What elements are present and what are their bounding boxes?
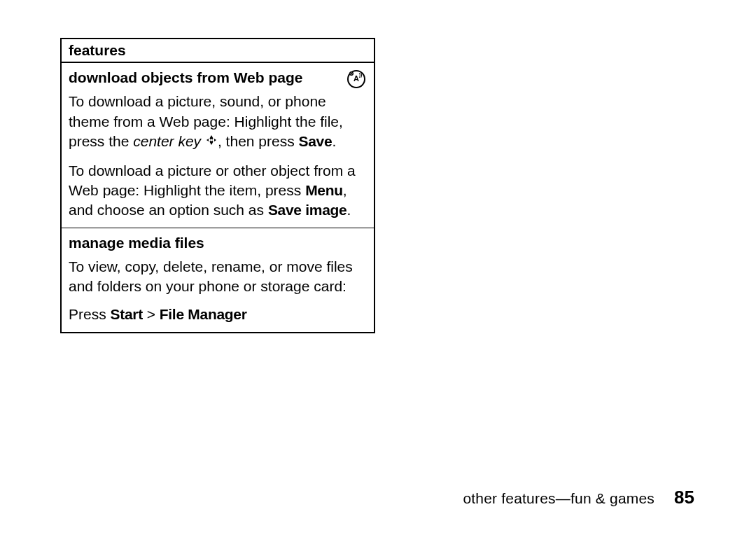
- table-header-row: features: [62, 39, 374, 63]
- manual-page: features A )) download objects from Web …: [0, 0, 756, 535]
- table-header-title: features: [69, 42, 126, 58]
- section-download-objects: A )) download objects from Web page To d…: [62, 63, 374, 228]
- network-operator-icon: A )): [346, 69, 367, 92]
- paragraph: To view, copy, delete, rename, or move f…: [69, 257, 367, 297]
- center-key-icon: [205, 131, 218, 151]
- text-run: .: [332, 133, 336, 149]
- section-title: download objects from Web page: [69, 69, 302, 86]
- section-title: manage media files: [69, 234, 367, 251]
- text-run: Press: [69, 306, 111, 322]
- features-table: features A )) download objects from Web …: [60, 38, 375, 333]
- page-footer: other features—fun & games 85: [463, 487, 694, 508]
- text-run: , then press: [218, 133, 299, 149]
- paragraph: To download a picture, sound, or phone t…: [69, 92, 367, 152]
- svg-marker-9: [214, 139, 216, 141]
- text-italic: center key: [133, 133, 201, 149]
- text-bold: Menu: [305, 182, 343, 198]
- text-bold: File Manager: [160, 306, 247, 322]
- paragraph: Press Start > File Manager: [69, 305, 367, 324]
- footer-section-label: other features—fun & games: [463, 490, 654, 507]
- text-bold: Save image: [268, 202, 347, 218]
- text-bold: Start: [111, 306, 143, 322]
- svg-text:)): )): [359, 72, 363, 78]
- text-run: .: [346, 202, 351, 218]
- svg-marker-8: [206, 139, 209, 141]
- svg-point-10: [210, 139, 212, 141]
- text-bold: Save: [299, 133, 332, 149]
- paragraph: To download a picture or other object fr…: [69, 161, 367, 221]
- section-manage-media: manage media files To view, copy, delete…: [62, 228, 374, 332]
- text-run: >: [143, 306, 160, 322]
- page-number: 85: [674, 487, 694, 508]
